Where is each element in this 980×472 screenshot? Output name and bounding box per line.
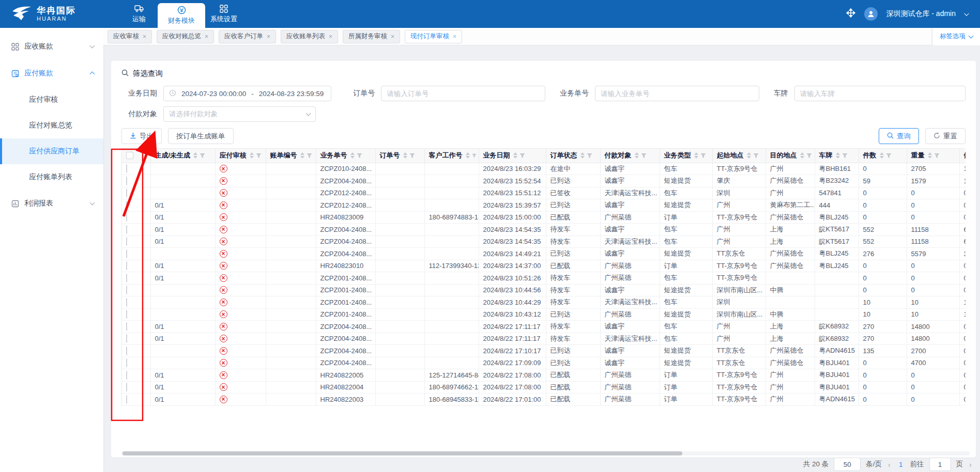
filter-funnel-icon[interactable] — [641, 153, 647, 159]
row-checkbox[interactable] — [126, 225, 127, 234]
row-checkbox[interactable] — [126, 298, 127, 307]
sort-icon[interactable] — [928, 152, 932, 159]
sort-icon[interactable] — [466, 152, 470, 159]
filter-funnel-icon[interactable] — [519, 153, 525, 159]
col-order-no[interactable]: 订单号 — [375, 149, 424, 163]
row-checkbox[interactable] — [126, 201, 127, 210]
col-biz-date[interactable]: 业务日期 — [479, 149, 546, 163]
table-row[interactable]: × ZCPZ004-2408... 2024/8/23 14:49:21 已到达… — [122, 248, 966, 260]
sidebar-item-payable-audit[interactable]: 应付审核 — [0, 87, 103, 113]
generate-bill-by-order-button[interactable]: 按订单生成账单 — [168, 128, 234, 144]
table-row[interactable]: 0/1 × HR240822004 180-68974662-13... 202… — [122, 381, 966, 394]
row-checkbox[interactable] — [126, 310, 127, 319]
export-button[interactable]: 导出 — [121, 128, 162, 144]
filter-funnel-icon[interactable] — [409, 153, 415, 159]
col-destination[interactable]: 目的地点 — [765, 149, 815, 163]
row-checkbox[interactable] — [126, 383, 127, 391]
close-icon[interactable]: × — [205, 33, 208, 40]
close-icon[interactable]: × — [329, 33, 332, 40]
move-handle-icon[interactable] — [846, 8, 856, 20]
query-button[interactable]: 查询 — [879, 128, 919, 144]
filter-funnel-icon[interactable] — [700, 153, 706, 159]
row-checkbox[interactable] — [126, 261, 127, 270]
filter-funnel-icon[interactable] — [200, 153, 205, 159]
payee-select[interactable]: 请选择付款对象 — [163, 106, 316, 122]
row-checkbox[interactable] — [126, 334, 127, 343]
sort-icon[interactable] — [350, 152, 355, 159]
table-row[interactable]: 0/1 × ZCPZ012-2408... 2024/8/23 15:39:57… — [122, 199, 966, 212]
tag-options-button[interactable]: 标签选项 — [932, 28, 980, 45]
filter-funnel-icon[interactable] — [842, 153, 848, 159]
sort-icon[interactable] — [747, 152, 751, 159]
sort-icon[interactable] — [880, 152, 884, 159]
row-checkbox[interactable] — [126, 358, 127, 367]
table-row[interactable]: 0/1 × HR240823009 180-68974883-13... 202… — [122, 211, 966, 224]
col-biz-type[interactable]: 业务类型 — [660, 149, 712, 163]
table-row[interactable]: × ZCPZ001-2408... 2024/8/23 10:43:12 已到达… — [122, 308, 966, 321]
goto-page-input[interactable] — [929, 458, 951, 471]
table-row[interactable]: × ZCPZ001-2408... 2024/8/23 10:44:56 待发车… — [122, 284, 966, 296]
close-icon[interactable]: × — [453, 33, 456, 40]
current-user-label[interactable]: 深圳测试仓库 - admin — [886, 9, 956, 19]
sort-icon[interactable] — [635, 152, 639, 159]
filter-funnel-icon[interactable] — [307, 153, 312, 159]
scrollbar-thumb[interactable] — [122, 451, 682, 455]
next-page-chevron-icon[interactable]: › — [968, 460, 973, 469]
col-order-status[interactable]: 订单状态 — [546, 149, 600, 163]
user-avatar-icon[interactable] — [864, 7, 878, 21]
row-checkbox[interactable] — [126, 213, 127, 222]
table-row[interactable]: 0/1 × ZCPZ004-2408... 2024/8/22 17:11:17… — [122, 333, 966, 345]
col-plate[interactable]: 车牌 — [815, 149, 859, 163]
sidebar-item-payable-reconciliation[interactable]: 应付对账总览 — [0, 113, 103, 138]
row-checkbox[interactable] — [126, 164, 127, 173]
row-checkbox[interactable] — [126, 395, 127, 404]
table-row[interactable]: × ZCPZ004-2408... 2024/8/22 17:09:09 已到达… — [122, 357, 966, 369]
date-range-picker[interactable]: 2024-07-23 00:00:00 - 2024-08-23 23:59:5… — [163, 86, 331, 101]
row-checkbox[interactable] — [126, 371, 127, 380]
row-checkbox[interactable] — [126, 249, 127, 258]
row-checkbox[interactable] — [126, 347, 127, 355]
filter-funnel-icon[interactable] — [886, 153, 892, 159]
col-generated[interactable]: 生成/未生成 — [150, 149, 215, 163]
tab-receivable-reconciliation[interactable]: 应收对账总览 × — [157, 30, 214, 43]
close-icon[interactable]: × — [391, 33, 394, 40]
user-menu-chevron-down-icon[interactable] — [964, 11, 969, 16]
page-size-input[interactable] — [834, 458, 861, 471]
close-icon[interactable]: × — [143, 33, 146, 40]
table-row[interactable]: × ZCPZ001-2408... 2024/8/23 10:44:29 待发车… — [122, 296, 966, 309]
table-row[interactable]: 0/1 × ZCPZ001-2408... 2024/8/23 10:51:26… — [122, 272, 966, 285]
sidebar-group-profit-report[interactable]: 利润报表 — [0, 190, 103, 217]
col-payee[interactable]: 付款对象 — [600, 149, 660, 163]
close-icon[interactable]: × — [267, 33, 270, 40]
biz-no-input[interactable] — [595, 86, 759, 101]
col-volume[interactable]: 体 — [959, 149, 966, 163]
row-checkbox[interactable] — [126, 237, 127, 246]
table-row[interactable]: × ZCPZ012-2408... 2024/8/23 15:51:12 已签收… — [122, 187, 966, 199]
col-bill-no[interactable]: 账单编号 — [266, 149, 316, 163]
table-row[interactable]: 0/1 × ZCPZ004-2408... 2024/8/23 14:54:35… — [122, 224, 966, 236]
col-customer-job-no[interactable]: 客户工作号 — [424, 149, 479, 163]
col-weight[interactable]: 重量 — [907, 149, 959, 163]
sidebar-group-receivables[interactable]: 应收账款 — [0, 33, 103, 60]
tab-receivable-bill-list[interactable]: 应收账单列表 × — [281, 30, 338, 43]
table-row[interactable]: 0/1 × HR240822003 180-68945833-13... 202… — [122, 394, 966, 406]
col-pieces[interactable]: 件数 — [859, 149, 907, 163]
filter-funnel-icon[interactable] — [753, 153, 759, 159]
plate-input[interactable] — [794, 86, 966, 101]
table-row[interactable]: × ZCPZ004-2408... 2024/8/22 17:10:17 已到达… — [122, 345, 966, 357]
filter-funnel-icon[interactable] — [357, 153, 362, 159]
col-payable-audit[interactable]: 应付审核 — [215, 149, 266, 163]
module-tab-transport[interactable]: 运输 — [120, 0, 158, 28]
sort-icon[interactable] — [300, 152, 304, 159]
tab-cash-order-audit[interactable]: 现付订单审核 × — [405, 30, 462, 43]
row-checkbox[interactable] — [126, 177, 127, 185]
prev-page-chevron-icon[interactable]: ‹ — [887, 460, 892, 469]
table-row[interactable]: × ZCPZ010-2408... 2024/8/23 16:03:29 在途中… — [122, 163, 966, 175]
sort-icon[interactable] — [403, 152, 407, 159]
order-no-input[interactable] — [381, 86, 545, 101]
table-row[interactable]: × ZCPZ004-2408... 2024/8/23 15:52:54 已到达… — [122, 175, 966, 187]
tab-finance-audit[interactable]: 所属财务审核 × — [343, 30, 400, 43]
sort-icon[interactable] — [513, 152, 517, 159]
sort-icon[interactable] — [580, 152, 585, 159]
tab-receivable-audit[interactable]: 应收审核 × — [108, 30, 152, 43]
